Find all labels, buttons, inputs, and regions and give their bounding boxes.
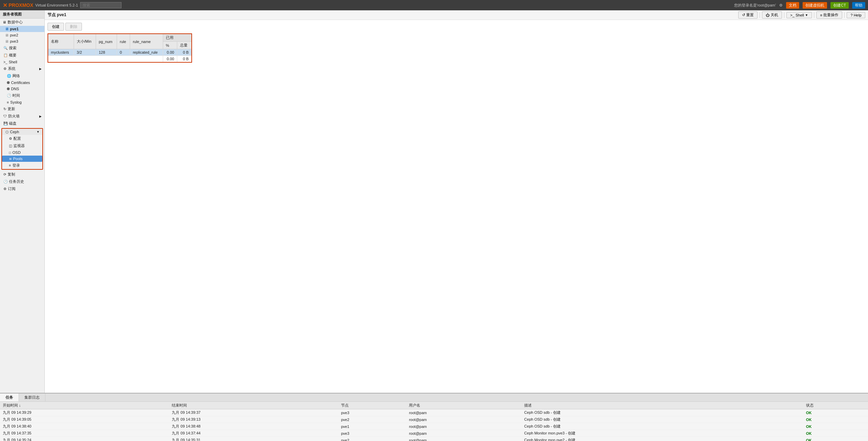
summary-icon: 📋 <box>3 53 8 57</box>
th-desc[interactable]: 描述 <box>521 402 803 409</box>
firewall-label: 防火墙 <box>8 114 20 119</box>
task-row[interactable]: 九月 09 14:35:24 九月 09 14:35:31 pve2 root@… <box>0 437 868 441</box>
task-row[interactable]: 九月 09 14:39:29 九月 09 14:39:37 pve3 root@… <box>0 409 868 416</box>
sidebar-item-ceph-config[interactable]: ⚙ 配置 <box>2 135 42 142</box>
col-size-min: 大小/Min <box>74 34 96 49</box>
sidebar-item-firewall[interactable]: 🛡 防火墙 ▶ <box>0 113 44 120</box>
sidebar-item-system[interactable]: ⚙ 系统 ▶ <box>0 65 44 72</box>
table-row[interactable]: myclusters 3/2 128 0 replicated_rule 0.0… <box>48 49 192 56</box>
th-end-time[interactable]: 结束时间 <box>169 402 338 409</box>
tab-cluster-log[interactable]: 集群日志 <box>19 393 45 401</box>
sidebar-item-ceph-monitor[interactable]: ◫ 监视器 <box>2 142 42 149</box>
create-pool-button[interactable]: 创建 <box>47 23 64 31</box>
help-toolbar-button[interactable]: ? Help <box>847 12 865 18</box>
cell-used-total: 0 B <box>177 49 192 56</box>
search-box[interactable] <box>80 2 121 8</box>
task-desc: Ceph Monitor mon.pve2 - 创建 <box>521 437 803 441</box>
sidebar-item-pve3[interactable]: 🖥 pve3 <box>0 38 44 44</box>
cell-rule: 0 <box>117 49 130 56</box>
sidebar-item-replicate[interactable]: ⟳ 复制 <box>0 171 44 178</box>
inner-content: 创建 删除 名称 大小/Min pg_num rule rule_name 已用… <box>45 20 868 393</box>
task-desc: Ceph OSD sdb - 创建 <box>521 409 803 416</box>
sidebar-item-subscription[interactable]: ⚙ 订阅 <box>0 185 44 192</box>
th-node[interactable]: 节点 <box>338 402 406 409</box>
sidebar-item-syslog[interactable]: ≡ Syslog <box>0 99 44 105</box>
help-icon: ? <box>850 13 853 17</box>
pools-label: Pools <box>13 157 23 161</box>
login-label: 登录 <box>12 163 20 168</box>
col-pg-num: pg_num <box>96 34 117 49</box>
task-start: 九月 09 14:39:29 <box>0 409 169 416</box>
datacenter-icon: 🖥 <box>3 20 6 24</box>
sidebar-item-dns[interactable]: DNS <box>0 86 44 92</box>
sidebar-item-datacenter[interactable]: 🖥 数据中心 <box>0 19 44 26</box>
pve3-icon: 🖥 <box>5 39 9 43</box>
create-ct-button[interactable]: 创建CT <box>830 2 849 9</box>
sidebar-item-ceph[interactable]: ⬡ Ceph ▼ <box>2 129 42 135</box>
shell-tb-icon: >_ <box>790 13 795 17</box>
task-node: pve3 <box>338 409 406 416</box>
dns-label: DNS <box>11 87 19 91</box>
node-title: 节点 pve1 <box>47 12 66 18</box>
sidebar-item-updates[interactable]: ↻ 更新 <box>0 105 44 113</box>
table-totals-row: 0.00 0 B <box>48 56 192 63</box>
sidebar-item-pve2[interactable]: 🖥 pve2 <box>0 32 44 38</box>
gear-icon[interactable]: ⚙ <box>779 3 783 8</box>
th-username[interactable]: 用户名 <box>406 402 521 409</box>
content-area: 节点 pve1 ↺ 重置 ⏻ 关机 >_ Shell ▼ <box>45 10 868 393</box>
sidebar-item-pve1[interactable]: 🖥 pve1 <box>0 26 44 32</box>
task-status: OK <box>803 416 868 423</box>
docs-button[interactable]: 文档 <box>786 2 799 9</box>
sidebar-item-summary[interactable]: 📋 概要 <box>0 52 44 59</box>
help-button[interactable]: 帮助 <box>852 2 865 9</box>
search-input[interactable] <box>80 2 121 8</box>
tab-tasks[interactable]: 任务 <box>0 393 19 401</box>
ceph-label: Ceph <box>10 130 19 134</box>
sidebar-item-ceph-osd[interactable]: □ OSD <box>2 149 42 156</box>
task-status: OK <box>803 423 868 430</box>
sidebar-item-ceph-pools[interactable]: ≋ Pools <box>2 156 42 162</box>
task-status: OK <box>803 437 868 441</box>
bottom-content: 开始时间 ↓ 结束时间 节点 用户名 描述 状态 九月 09 14:39:29 … <box>0 402 868 441</box>
search-label: 搜索 <box>9 45 17 51</box>
sidebar-item-time[interactable]: 🕐 时间 <box>0 92 44 99</box>
reset-button[interactable]: ↺ 重置 <box>738 11 758 19</box>
delete-pool-button[interactable]: 删除 <box>65 23 82 31</box>
task-row[interactable]: 九月 09 14:39:05 九月 09 14:39:13 pve2 root@… <box>0 416 868 423</box>
app-title: Virtual Environment 5.2-1 <box>35 3 78 7</box>
sidebar-item-task-history[interactable]: 🕐 任务历史 <box>0 178 44 185</box>
task-node: pve1 <box>338 423 406 430</box>
login-icon: ≡ <box>9 164 11 167</box>
sidebar-item-network[interactable]: 🌐 网络 <box>0 72 44 80</box>
sidebar-item-shell[interactable]: >_ Shell <box>0 59 44 65</box>
firewall-icon: 🛡 <box>3 114 7 118</box>
ceph-expand-icon: ▼ <box>36 130 40 134</box>
summary-label: 概要 <box>9 53 17 58</box>
task-status: OK <box>803 409 868 416</box>
th-status[interactable]: 状态 <box>803 402 868 409</box>
sidebar-item-certificates[interactable]: Certificates <box>0 80 44 86</box>
sidebar-item-disk[interactable]: 💾 磁盘 <box>0 120 44 127</box>
monitor-label: 监视器 <box>13 143 25 148</box>
th-start-time[interactable]: 开始时间 ↓ <box>0 402 169 409</box>
divider3 <box>814 12 814 18</box>
task-start: 九月 09 14:37:35 <box>0 430 169 437</box>
shell-toolbar-button[interactable]: >_ Shell ▼ <box>786 12 812 18</box>
sidebar-item-ceph-login[interactable]: ≡ 登录 <box>2 162 42 169</box>
create-vm-button[interactable]: 创建虚拟机 <box>803 2 827 9</box>
shutdown-icon: ⏻ <box>766 13 770 17</box>
sidebar-item-search[interactable]: 🔍 搜索 <box>0 44 44 52</box>
task-table: 开始时间 ↓ 结束时间 节点 用户名 描述 状态 九月 09 14:39:29 … <box>0 402 868 441</box>
bulk-action-button[interactable]: ≡ 批量操作 <box>816 11 842 19</box>
totals-pct: 0.00 <box>163 56 177 63</box>
time-label: 时间 <box>12 93 20 98</box>
ceph-icon: ⬡ <box>6 130 9 134</box>
pve2-label: pve2 <box>10 33 18 37</box>
task-history-label: 任务历史 <box>9 179 24 184</box>
shutdown-button[interactable]: ⏻ 关机 <box>762 11 782 19</box>
system-label: 系统 <box>8 66 15 71</box>
task-row[interactable]: 九月 09 14:37:35 九月 09 14:37:44 pve3 root@… <box>0 430 868 437</box>
subscription-label: 订阅 <box>8 186 15 191</box>
task-row[interactable]: 九月 09 14:38:40 九月 09 14:38:48 pve1 root@… <box>0 423 868 430</box>
sub-toolbar: 创建 删除 <box>47 23 865 31</box>
